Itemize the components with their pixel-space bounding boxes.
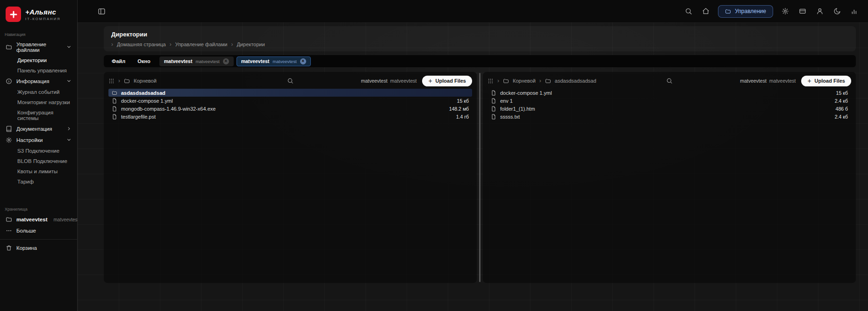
pane-breadcrumb-root[interactable]: Корневой [134, 78, 157, 84]
file-row[interactable]: sssss.txt 2.4 кб [488, 113, 851, 120]
sidebar-item-system-config[interactable]: Конфигурация системы [0, 107, 77, 123]
sidebar-item-blob-connection[interactable]: BLOB Подключение [0, 156, 77, 166]
content-area: Директории › Домашняя страница › Управле… [78, 22, 868, 311]
sidebar-item-file-management[interactable]: Управление файлами [0, 39, 77, 55]
pane-search-button[interactable] [666, 78, 673, 84]
breadcrumb-home[interactable]: Домашняя страница [117, 42, 166, 47]
pane-header-right: matveevtestmatveevtest + Upload Files [361, 76, 472, 86]
file-icon [491, 90, 496, 96]
app-window: +Альянс IT-КОМПАНИЯ Навигация Управление… [0, 0, 868, 311]
pane-header: › Корневой › asdasdsadsadsad matveevtest… [488, 74, 851, 87]
sidebar: +Альянс IT-КОМПАНИЯ Навигация Управление… [0, 0, 78, 311]
breadcrumb-directories[interactable]: Директории [237, 42, 265, 47]
file-icon [112, 114, 117, 120]
file-size: 486 б [836, 106, 848, 112]
upload-files-button[interactable]: + Upload Files [422, 76, 472, 86]
user-subname: matveevtest [390, 78, 417, 84]
menu-file[interactable]: Файл [106, 58, 131, 64]
pane-search-button[interactable] [287, 78, 294, 84]
tab-matveevtest-1[interactable]: matveevtest matveevtest × [159, 57, 234, 66]
sidebar-toggle-button[interactable] [96, 6, 107, 16]
close-icon[interactable]: × [223, 58, 229, 64]
pane-breadcrumb-folder[interactable]: asdasdsadsadsad [555, 78, 596, 84]
home-button[interactable] [701, 6, 711, 16]
billing-button[interactable] [797, 6, 808, 16]
breadcrumb-file-management[interactable]: Управление файлами [175, 42, 228, 47]
sidebar-item-label: Корзина [16, 245, 37, 251]
file-icon [112, 106, 117, 112]
file-size: 15 кб [457, 98, 469, 104]
file-name: asdasdsadsadsad [121, 90, 165, 96]
search-button[interactable] [683, 6, 694, 16]
file-row[interactable]: docker-compose 1.yml 15 кб [108, 97, 472, 105]
file-row[interactable]: env 1 2.4 кб [488, 97, 851, 105]
brand-subtitle: IT-КОМПАНИЯ [25, 17, 61, 21]
pane-breadcrumb-root[interactable]: Корневой [513, 78, 536, 84]
folder-icon [6, 216, 12, 223]
plus-icon: + [428, 78, 432, 84]
file-row[interactable]: asdasdsadsadsad [108, 89, 472, 97]
file-pane-right: › Корневой › asdasdsadsadsad matveevtest… [483, 72, 856, 283]
tab-matveevtest-2[interactable]: matveevtest matveevtest × [237, 57, 311, 66]
sidebar-item-information[interactable]: Информация [0, 76, 77, 87]
chevron-right-icon: › [118, 78, 120, 84]
sidebar-item-event-log[interactable]: Журнал событий [0, 87, 77, 97]
grid-dots-icon[interactable] [488, 78, 494, 84]
upload-files-button[interactable]: + Upload Files [801, 76, 851, 86]
pane-header: › Корневой matveevtestmatveevtest + Uplo… [108, 74, 472, 87]
sidebar-item-s3-connection[interactable]: S3 Подключение [0, 146, 77, 156]
chevron-right-icon: › [111, 42, 113, 47]
account-button[interactable] [815, 6, 825, 16]
sidebar-item-quotas-limits[interactable]: Квоты и лимиты [0, 166, 77, 177]
brand-logo[interactable]: +Альянс IT-КОМПАНИЯ [0, 6, 77, 28]
file-name: docker-compose 1.yml [121, 98, 173, 104]
file-row[interactable]: folder1_(1).htm 486 б [488, 105, 851, 113]
sidebar-item-documentation[interactable]: Документация [0, 123, 77, 134]
sidebar-item-control-panel[interactable]: Панель управления [0, 65, 77, 76]
pane-resize-handle[interactable] [479, 73, 481, 282]
file-row[interactable]: docker-compose 1.yml 15 кб [488, 89, 851, 97]
sidebar-item-trash[interactable]: Корзина [0, 242, 77, 254]
sidebar-item-directories[interactable]: Директории [0, 55, 77, 65]
theme-toggle-button[interactable] [832, 6, 842, 16]
file-name: sssss.txt [500, 114, 520, 120]
tab-title: matveevtest [164, 58, 193, 64]
info-icon [6, 78, 12, 85]
sidebar-item-settings[interactable]: Настройки [0, 134, 77, 146]
tab-subtitle: matveevtest [195, 59, 219, 64]
settings-button[interactable] [780, 6, 790, 16]
chevron-right-icon [66, 126, 72, 132]
page-header: Директории › Домашняя страница › Управле… [104, 26, 856, 51]
ellipsis-icon [6, 227, 12, 234]
menu-window[interactable]: Окно [131, 58, 156, 64]
file-list: asdasdsadsadsad docker-compose 1.yml 15 … [108, 89, 472, 120]
breadcrumb: › Домашняя страница › Управление файлами… [111, 42, 848, 47]
main-area: Управление [78, 0, 868, 311]
user-name: matveevtest [740, 78, 767, 84]
file-icon [491, 106, 496, 112]
file-pane-left: › Корневой matveevtestmatveevtest + Uplo… [104, 72, 477, 283]
sidebar-item-load-monitoring[interactable]: Мониторинг нагрузки [0, 97, 77, 107]
sidebar-item-storage-matveevtest[interactable]: matveevtest matveevtest [0, 214, 77, 225]
manage-button-label: Управление [735, 8, 766, 14]
sidebar-item-label: Управление файлами [16, 42, 62, 53]
file-size: 1.4 гб [456, 114, 469, 120]
file-name: env 1 [500, 98, 513, 104]
chevron-right-icon: › [497, 78, 499, 84]
folder-icon [725, 8, 731, 14]
grid-dots-icon[interactable] [108, 78, 115, 84]
moon-icon [833, 7, 841, 15]
manage-button[interactable]: Управление [718, 5, 773, 18]
folder-icon [124, 78, 130, 84]
sidebar-item-tariff[interactable]: Тариф [0, 177, 77, 187]
person-icon [816, 7, 824, 15]
brand-text: +Альянс IT-КОМПАНИЯ [25, 8, 61, 21]
close-icon[interactable]: × [300, 58, 306, 64]
nav-section-label: Навигация [0, 28, 77, 39]
file-row[interactable]: testlargefile.pst 1.4 гб [108, 113, 472, 120]
sidebar-item-more[interactable]: Больше [0, 225, 77, 236]
file-size: 2.4 кб [835, 114, 848, 120]
file-row[interactable]: mongodb-compass-1.46.9-win32-x64.exe 148… [108, 105, 472, 113]
plus-icon: + [807, 78, 811, 84]
stats-button[interactable] [849, 6, 860, 16]
